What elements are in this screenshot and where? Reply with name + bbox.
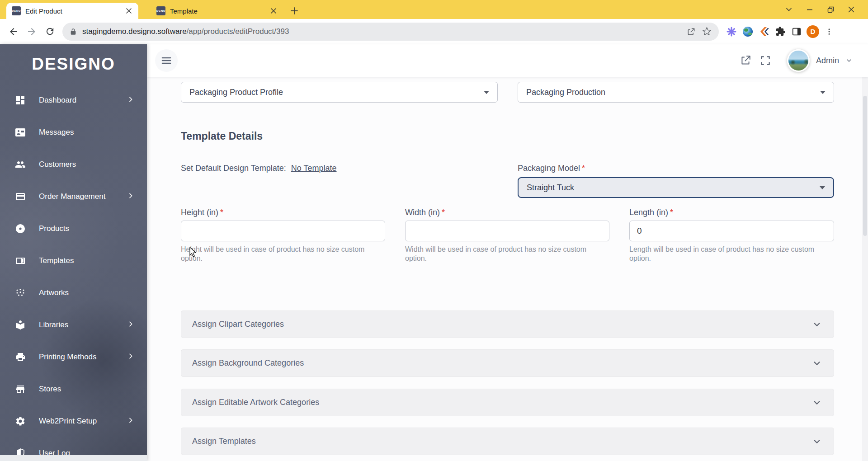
default-template-line: Set Default Design Template: No Template <box>181 164 337 173</box>
favicon: DGNO <box>156 6 165 15</box>
length-input[interactable] <box>629 221 834 241</box>
tab-close-icon[interactable] <box>125 7 133 15</box>
messages-icon <box>14 127 26 138</box>
chevron-right-icon <box>127 96 134 105</box>
browser-toolbar: stagingdemo.designo.software/app/product… <box>0 19 868 44</box>
scrollbar-thumb[interactable] <box>863 96 867 236</box>
browser-window: DGNO Edit Product DGNO Template <box>0 0 868 461</box>
kebab-menu-icon[interactable] <box>821 24 837 40</box>
chevron-down-icon <box>812 358 822 368</box>
sidebar-item-stores[interactable]: Stores <box>0 373 147 405</box>
hamburger-icon[interactable] <box>155 49 178 72</box>
content-scrollbar[interactable] <box>862 77 868 461</box>
favicon: DGNO <box>12 6 21 15</box>
accordion-assign-editable-artwork-categories[interactable]: Assign Editable Artwork Categories <box>181 389 834 416</box>
extension-chevrons-icon[interactable] <box>756 24 772 40</box>
artworks-icon <box>14 287 26 299</box>
tab-search-icon[interactable] <box>778 0 799 19</box>
products-icon <box>14 223 26 235</box>
tab-title: Template <box>170 7 269 15</box>
sidebar-item-dashboard[interactable]: Dashboard <box>0 84 147 116</box>
user-name: Admin <box>816 56 839 66</box>
main-panel: Admin Packaging Product Profile Packagin… <box>147 44 868 461</box>
packaging-model-label: Packaging Model* <box>518 164 585 173</box>
url-text: stagingdemo.designo.software/app/product… <box>82 27 684 36</box>
select-arrow-icon <box>484 91 489 94</box>
chevron-right-icon <box>127 192 134 201</box>
restore-icon[interactable] <box>820 0 841 19</box>
product-profile-select[interactable]: Packaging Product Profile <box>181 82 498 103</box>
sidebar-item-libraries[interactable]: Libraries <box>0 309 147 341</box>
fullscreen-icon[interactable] <box>755 51 775 71</box>
sidebar-item-printing-methods[interactable]: Printing Methods <box>0 341 147 373</box>
width-label: Width (in)* <box>405 208 445 217</box>
edit-product-form: Packaging Product Profile Packaging Prod… <box>147 77 868 461</box>
cursor-arrow <box>189 247 198 258</box>
url-bar[interactable]: stagingdemo.designo.software/app/product… <box>62 23 719 41</box>
sidebar-item-order-management[interactable]: Order Management <box>0 180 147 212</box>
reload-icon[interactable] <box>41 23 59 41</box>
browser-tabbar: DGNO Edit Product DGNO Template <box>0 0 868 19</box>
sidebar-item-artworks[interactable]: Artworks <box>0 277 147 309</box>
tab-close-icon[interactable] <box>269 7 278 15</box>
accordion-assign-background-categories[interactable]: Assign Background Categories <box>181 349 834 377</box>
printing-methods-icon <box>14 351 26 363</box>
web2print-icon <box>14 415 26 427</box>
sidebar-item-products[interactable]: Products <box>0 212 147 245</box>
chevron-down-icon <box>812 320 822 329</box>
tab-edit-product[interactable]: DGNO Edit Product <box>6 3 138 19</box>
back-icon[interactable] <box>5 23 23 41</box>
chevron-right-icon <box>127 417 134 426</box>
share-icon[interactable] <box>684 24 699 39</box>
select-arrow-icon <box>820 91 826 94</box>
customers-icon <box>14 159 26 170</box>
sidebar-item-templates[interactable]: Templates <box>0 245 147 277</box>
forward-icon[interactable] <box>23 23 41 41</box>
bookmark-star-icon[interactable] <box>699 24 714 39</box>
width-input[interactable] <box>405 221 609 241</box>
sidebar-item-web2print-setup[interactable]: Web2Print Setup <box>0 405 147 437</box>
tab-template[interactable]: DGNO Template <box>151 3 283 19</box>
lock-icon <box>70 28 77 35</box>
extension-globe-icon[interactable] <box>740 24 756 40</box>
chevron-down-icon[interactable] <box>845 57 853 64</box>
chevron-right-icon <box>127 320 134 329</box>
user-avatar[interactable] <box>787 49 810 72</box>
height-input[interactable] <box>181 221 385 241</box>
app-shell: DESIGNO Dashboard Messages <box>0 44 868 461</box>
minimize-icon[interactable] <box>799 0 820 19</box>
height-helper-text: Height will be used in case of product h… <box>181 245 382 263</box>
height-label: Height (in)* <box>181 208 223 217</box>
extensions-row: D <box>723 24 837 40</box>
accordion-assign-templates[interactable]: Assign Templates <box>181 428 834 455</box>
accordion-assign-clipart-categories[interactable]: Assign Clipart Categories <box>181 310 834 338</box>
chevron-right-icon <box>127 353 134 362</box>
extension-flower-icon[interactable] <box>723 24 740 40</box>
tab-title: Edit Product <box>25 7 125 15</box>
order-management-icon <box>14 191 26 202</box>
chevron-down-icon <box>812 437 822 447</box>
sidebar: DESIGNO Dashboard Messages <box>0 44 147 461</box>
sidebar-item-messages[interactable]: Messages <box>0 116 147 148</box>
templates-icon <box>14 255 26 267</box>
libraries-icon <box>14 319 26 331</box>
sidebar-item-customers[interactable]: Customers <box>0 148 147 180</box>
close-icon[interactable] <box>841 0 862 19</box>
stores-icon <box>14 383 26 395</box>
app-logo: DESIGNO <box>0 44 147 84</box>
select-arrow-icon <box>820 186 825 189</box>
window-controls <box>778 0 862 19</box>
sidebar-nav: Dashboard Messages Customers <box>0 84 147 461</box>
chevron-down-icon <box>812 398 822 408</box>
open-in-new-icon[interactable] <box>736 51 755 71</box>
new-tab-icon[interactable] <box>288 4 301 18</box>
production-select[interactable]: Packaging Production <box>518 82 834 103</box>
bottom-scroll-strip <box>0 455 147 461</box>
split-screen-icon[interactable] <box>788 24 805 40</box>
packaging-model-select[interactable]: Straight Tuck <box>518 177 834 198</box>
length-label: Length (in)* <box>629 208 673 217</box>
no-template-link[interactable]: No Template <box>291 164 337 173</box>
extensions-puzzle-icon[interactable] <box>772 24 788 40</box>
dashboard-icon <box>14 94 26 106</box>
profile-avatar[interactable]: D <box>805 24 821 40</box>
